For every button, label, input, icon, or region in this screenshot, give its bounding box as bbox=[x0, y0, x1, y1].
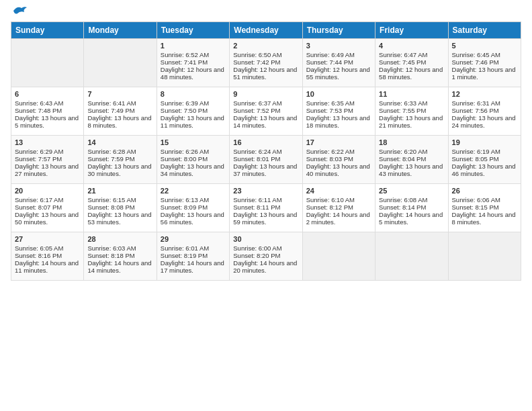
calendar-cell: 21Sunrise: 6:15 AMSunset: 8:08 PMDayligh… bbox=[84, 184, 157, 232]
day-info: Daylight: 13 hours and 27 minutes. bbox=[15, 163, 80, 177]
day-number: 18 bbox=[379, 138, 444, 146]
day-header-monday: Monday bbox=[84, 22, 157, 39]
day-info: Daylight: 13 hours and 40 minutes. bbox=[306, 163, 371, 177]
day-info: Sunrise: 6:43 AM bbox=[15, 99, 80, 107]
calendar-cell: 16Sunrise: 6:24 AMSunset: 8:01 PMDayligh… bbox=[230, 136, 302, 184]
day-header-saturday: Saturday bbox=[448, 22, 521, 39]
day-number: 25 bbox=[379, 187, 444, 195]
calendar-cell: 7Sunrise: 6:41 AMSunset: 7:49 PMDaylight… bbox=[84, 87, 157, 136]
day-number: 19 bbox=[452, 138, 517, 146]
calendar-cell: 20Sunrise: 6:17 AMSunset: 8:07 PMDayligh… bbox=[11, 184, 84, 232]
day-info: Daylight: 13 hours and 21 minutes. bbox=[379, 114, 444, 129]
day-info: Daylight: 13 hours and 8 minutes. bbox=[87, 114, 152, 129]
day-info: Daylight: 14 hours and 5 minutes. bbox=[379, 211, 444, 226]
day-number: 12 bbox=[452, 90, 517, 98]
day-info: Daylight: 13 hours and 53 minutes. bbox=[87, 211, 152, 226]
week-row-1: 1Sunrise: 6:52 AMSunset: 7:41 PMDaylight… bbox=[11, 39, 521, 87]
header bbox=[11, 11, 521, 16]
calendar-cell: 18Sunrise: 6:20 AMSunset: 8:04 PMDayligh… bbox=[375, 136, 448, 184]
day-number: 27 bbox=[15, 235, 80, 243]
day-number: 4 bbox=[379, 42, 444, 50]
day-info: Daylight: 13 hours and 24 minutes. bbox=[452, 114, 517, 129]
calendar-cell: 19Sunrise: 6:19 AMSunset: 8:05 PMDayligh… bbox=[448, 136, 521, 184]
day-info: Sunrise: 6:45 AM bbox=[452, 51, 517, 58]
week-row-4: 20Sunrise: 6:17 AMSunset: 8:07 PMDayligh… bbox=[11, 184, 521, 232]
day-info: Sunset: 8:19 PM bbox=[161, 252, 226, 259]
day-info: Sunrise: 6:17 AM bbox=[15, 196, 80, 203]
day-info: Sunrise: 6:28 AM bbox=[87, 148, 152, 155]
day-info: Sunset: 8:04 PM bbox=[379, 155, 444, 163]
day-info: Daylight: 13 hours and 5 minutes. bbox=[15, 114, 80, 129]
day-info: Sunset: 8:01 PM bbox=[233, 155, 298, 163]
day-info: Daylight: 14 hours and 2 minutes. bbox=[306, 211, 371, 226]
calendar-cell: 15Sunrise: 6:26 AMSunset: 8:00 PMDayligh… bbox=[157, 136, 229, 184]
calendar-cell: 11Sunrise: 6:33 AMSunset: 7:55 PMDayligh… bbox=[375, 87, 448, 136]
day-number: 3 bbox=[306, 42, 371, 50]
week-row-2: 6Sunrise: 6:43 AMSunset: 7:48 PMDaylight… bbox=[11, 87, 521, 136]
day-info: Sunset: 7:44 PM bbox=[306, 58, 371, 66]
day-number: 9 bbox=[233, 90, 298, 98]
day-info: Sunrise: 6:52 AM bbox=[161, 51, 226, 58]
day-info: Daylight: 13 hours and 14 minutes. bbox=[233, 114, 298, 129]
calendar-cell: 6Sunrise: 6:43 AMSunset: 7:48 PMDaylight… bbox=[11, 87, 84, 136]
calendar-cell: 9Sunrise: 6:37 AMSunset: 7:52 PMDaylight… bbox=[230, 87, 302, 136]
day-info: Daylight: 13 hours and 50 minutes. bbox=[15, 211, 80, 226]
day-number: 23 bbox=[233, 187, 298, 195]
day-info: Daylight: 13 hours and 34 minutes. bbox=[161, 163, 226, 177]
day-info: Daylight: 12 hours and 48 minutes. bbox=[161, 66, 226, 81]
day-info: Sunset: 8:11 PM bbox=[233, 203, 298, 211]
day-info: Sunset: 7:55 PM bbox=[379, 107, 444, 114]
day-info: Daylight: 13 hours and 59 minutes. bbox=[233, 211, 298, 226]
day-info: Daylight: 14 hours and 17 minutes. bbox=[161, 259, 226, 274]
day-info: Sunset: 7:41 PM bbox=[161, 58, 226, 66]
day-info: Daylight: 14 hours and 14 minutes. bbox=[87, 259, 152, 274]
day-number: 13 bbox=[15, 138, 80, 146]
day-number: 14 bbox=[87, 138, 152, 146]
day-info: Sunset: 7:56 PM bbox=[452, 107, 517, 114]
day-info: Sunset: 7:57 PM bbox=[15, 155, 80, 163]
day-number: 1 bbox=[161, 42, 226, 50]
calendar-cell bbox=[375, 232, 448, 281]
day-info: Sunrise: 6:05 AM bbox=[15, 244, 80, 252]
calendar-cell bbox=[84, 39, 157, 87]
day-info: Sunrise: 6:49 AM bbox=[306, 51, 371, 58]
calendar-cell: 25Sunrise: 6:08 AMSunset: 8:14 PMDayligh… bbox=[375, 184, 448, 232]
day-number: 20 bbox=[15, 187, 80, 195]
day-info: Daylight: 12 hours and 55 minutes. bbox=[306, 66, 371, 81]
calendar-cell: 4Sunrise: 6:47 AMSunset: 7:45 PMDaylight… bbox=[375, 39, 448, 87]
calendar-cell: 28Sunrise: 6:03 AMSunset: 8:18 PMDayligh… bbox=[84, 232, 157, 281]
day-info: Sunrise: 6:24 AM bbox=[233, 148, 298, 155]
day-number: 22 bbox=[161, 187, 226, 195]
day-number: 17 bbox=[306, 138, 371, 146]
day-info: Sunset: 7:53 PM bbox=[306, 107, 371, 114]
day-number: 28 bbox=[87, 235, 152, 243]
day-info: Sunrise: 6:20 AM bbox=[379, 148, 444, 155]
day-number: 15 bbox=[161, 138, 226, 146]
days-header-row: SundayMondayTuesdayWednesdayThursdayFrid… bbox=[11, 22, 521, 39]
day-number: 2 bbox=[233, 42, 298, 50]
day-info: Sunrise: 6:13 AM bbox=[161, 196, 226, 203]
day-header-thursday: Thursday bbox=[302, 22, 375, 39]
day-info: Daylight: 13 hours and 11 minutes. bbox=[161, 114, 226, 129]
day-info: Sunrise: 6:01 AM bbox=[161, 244, 226, 252]
day-info: Sunrise: 6:47 AM bbox=[379, 51, 444, 58]
calendar-cell bbox=[448, 232, 521, 281]
day-info: Daylight: 12 hours and 51 minutes. bbox=[233, 66, 298, 81]
calendar-page: SundayMondayTuesdayWednesdayThursdayFrid… bbox=[0, 0, 532, 287]
calendar-cell: 8Sunrise: 6:39 AMSunset: 7:50 PMDaylight… bbox=[157, 87, 229, 136]
week-row-5: 27Sunrise: 6:05 AMSunset: 8:16 PMDayligh… bbox=[11, 232, 521, 281]
day-number: 29 bbox=[161, 235, 226, 243]
day-info: Sunrise: 6:11 AM bbox=[233, 196, 298, 203]
calendar-cell: 1Sunrise: 6:52 AMSunset: 7:41 PMDaylight… bbox=[157, 39, 229, 87]
calendar-cell: 17Sunrise: 6:22 AMSunset: 8:03 PMDayligh… bbox=[302, 136, 375, 184]
logo-bird-icon bbox=[12, 5, 27, 16]
calendar-cell: 3Sunrise: 6:49 AMSunset: 7:44 PMDaylight… bbox=[302, 39, 375, 87]
day-info: Daylight: 14 hours and 8 minutes. bbox=[452, 211, 517, 226]
day-info: Daylight: 13 hours and 56 minutes. bbox=[161, 211, 226, 226]
day-number: 7 bbox=[87, 90, 152, 98]
day-number: 6 bbox=[15, 90, 80, 98]
day-info: Sunset: 8:05 PM bbox=[452, 155, 517, 163]
day-info: Sunrise: 6:15 AM bbox=[87, 196, 152, 203]
day-info: Sunrise: 6:26 AM bbox=[161, 148, 226, 155]
day-info: Sunset: 8:00 PM bbox=[161, 155, 226, 163]
